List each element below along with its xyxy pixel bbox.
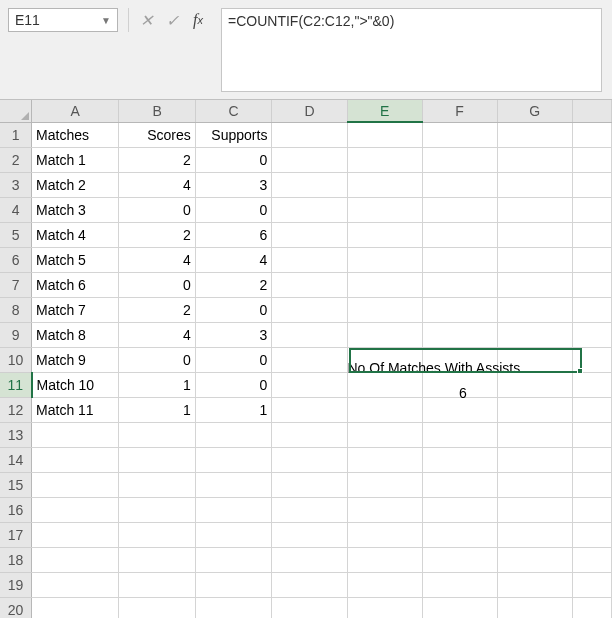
- select-all-corner[interactable]: [0, 100, 32, 122]
- cell-E17[interactable]: [347, 522, 422, 547]
- cell-C15[interactable]: [195, 472, 272, 497]
- cell-A14[interactable]: [32, 447, 119, 472]
- enter-icon[interactable]: ✓: [159, 8, 185, 32]
- cell-D5[interactable]: [272, 222, 347, 247]
- cell-A11[interactable]: Match 10: [32, 372, 119, 397]
- cell-A15[interactable]: [32, 472, 119, 497]
- cell-E2[interactable]: [347, 147, 422, 172]
- cell-G13[interactable]: [497, 422, 572, 447]
- cell-A8[interactable]: Match 7: [32, 297, 119, 322]
- row-header-19[interactable]: 19: [0, 572, 32, 597]
- cell-A20[interactable]: [32, 597, 119, 618]
- cell-D13[interactable]: [272, 422, 347, 447]
- cell-filler-2[interactable]: [572, 147, 611, 172]
- cell-B8[interactable]: 2: [119, 297, 195, 322]
- cell-F6[interactable]: [422, 247, 497, 272]
- cell-A1[interactable]: Matches: [32, 122, 119, 147]
- cell-B14[interactable]: [119, 447, 195, 472]
- cell-filler-1[interactable]: [572, 122, 611, 147]
- cell-E13[interactable]: [347, 422, 422, 447]
- cell-filler-13[interactable]: [572, 422, 611, 447]
- column-header-F[interactable]: F: [422, 100, 497, 122]
- cell-E1[interactable]: [347, 122, 422, 147]
- cell-G15[interactable]: [497, 472, 572, 497]
- cell-B17[interactable]: [119, 522, 195, 547]
- cell-F5[interactable]: [422, 222, 497, 247]
- cell-D11[interactable]: [272, 372, 347, 397]
- cell-filler-16[interactable]: [572, 497, 611, 522]
- cell-B10[interactable]: 0: [119, 347, 195, 372]
- row-header-20[interactable]: 20: [0, 597, 32, 618]
- cell-C8[interactable]: 0: [195, 297, 272, 322]
- cell-G19[interactable]: [497, 572, 572, 597]
- cell-G3[interactable]: [497, 172, 572, 197]
- row-header-3[interactable]: 3: [0, 172, 32, 197]
- cell-C19[interactable]: [195, 572, 272, 597]
- cell-C1[interactable]: Supports: [195, 122, 272, 147]
- cell-F20[interactable]: [422, 597, 497, 618]
- cell-A18[interactable]: [32, 547, 119, 572]
- cell-D1[interactable]: [272, 122, 347, 147]
- cell-C16[interactable]: [195, 497, 272, 522]
- cell-filler-15[interactable]: [572, 472, 611, 497]
- cell-F3[interactable]: [422, 172, 497, 197]
- cell-C12[interactable]: 1: [195, 397, 272, 422]
- cell-filler-20[interactable]: [572, 597, 611, 618]
- cell-F18[interactable]: [422, 547, 497, 572]
- cell-A13[interactable]: [32, 422, 119, 447]
- cell-G8[interactable]: [497, 297, 572, 322]
- cell-filler-8[interactable]: [572, 297, 611, 322]
- row-header-15[interactable]: 15: [0, 472, 32, 497]
- cell-D7[interactable]: [272, 272, 347, 297]
- cancel-icon[interactable]: ✕: [133, 8, 159, 32]
- cell-G16[interactable]: [497, 497, 572, 522]
- cell-A2[interactable]: Match 1: [32, 147, 119, 172]
- cell-E4[interactable]: [347, 197, 422, 222]
- cell-B13[interactable]: [119, 422, 195, 447]
- row-header-2[interactable]: 2: [0, 147, 32, 172]
- cell-filler-9[interactable]: [572, 322, 611, 347]
- cell-filler-17[interactable]: [572, 522, 611, 547]
- cell-B20[interactable]: [119, 597, 195, 618]
- cell-filler-11[interactable]: [572, 372, 611, 397]
- cell-C7[interactable]: 2: [195, 272, 272, 297]
- cell-E10[interactable]: No Of Matches With Assists: [347, 347, 422, 372]
- row-header-10[interactable]: 10: [0, 347, 32, 372]
- formula-input[interactable]: =COUNTIF(C2:C12,">"&0): [228, 13, 595, 29]
- cell-filler-3[interactable]: [572, 172, 611, 197]
- cell-E11[interactable]: 6: [347, 372, 422, 397]
- cell-B4[interactable]: 0: [119, 197, 195, 222]
- cell-G18[interactable]: [497, 547, 572, 572]
- cell-F11[interactable]: [422, 372, 497, 397]
- cell-G9[interactable]: [497, 322, 572, 347]
- cell-B19[interactable]: [119, 572, 195, 597]
- cell-D12[interactable]: [272, 397, 347, 422]
- cell-C3[interactable]: 3: [195, 172, 272, 197]
- cell-B7[interactable]: 0: [119, 272, 195, 297]
- row-header-7[interactable]: 7: [0, 272, 32, 297]
- cell-filler-12[interactable]: [572, 397, 611, 422]
- cell-B15[interactable]: [119, 472, 195, 497]
- sheet-grid[interactable]: ABCDEFG1MatchesScoresSupports2Match 1203…: [0, 100, 612, 618]
- cell-C5[interactable]: 6: [195, 222, 272, 247]
- cell-A6[interactable]: Match 5: [32, 247, 119, 272]
- row-header-17[interactable]: 17: [0, 522, 32, 547]
- cell-D16[interactable]: [272, 497, 347, 522]
- row-header-5[interactable]: 5: [0, 222, 32, 247]
- cell-G11[interactable]: [497, 372, 572, 397]
- row-header-4[interactable]: 4: [0, 197, 32, 222]
- cell-F1[interactable]: [422, 122, 497, 147]
- cell-E16[interactable]: [347, 497, 422, 522]
- cell-F12[interactable]: [422, 397, 497, 422]
- cell-B1[interactable]: Scores: [119, 122, 195, 147]
- cell-D15[interactable]: [272, 472, 347, 497]
- cell-E18[interactable]: [347, 547, 422, 572]
- cell-A3[interactable]: Match 2: [32, 172, 119, 197]
- column-header-A[interactable]: A: [32, 100, 119, 122]
- cell-E15[interactable]: [347, 472, 422, 497]
- cell-D9[interactable]: [272, 322, 347, 347]
- cell-G1[interactable]: [497, 122, 572, 147]
- cell-A17[interactable]: [32, 522, 119, 547]
- cell-D17[interactable]: [272, 522, 347, 547]
- cell-E8[interactable]: [347, 297, 422, 322]
